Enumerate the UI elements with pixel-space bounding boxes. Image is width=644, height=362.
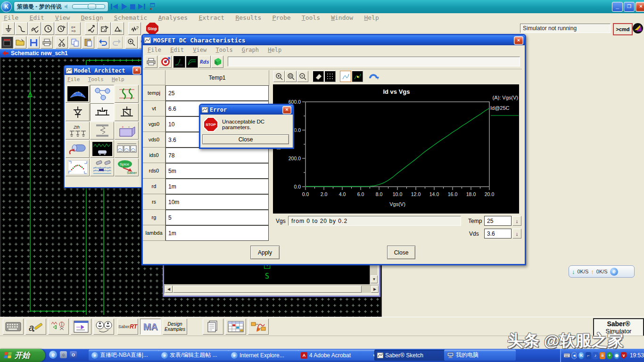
diode-model-button[interactable] <box>66 103 90 121</box>
spice-to-saber-button[interactable]: SpiceSaber <box>115 158 139 176</box>
text-tool-icon[interactable]: a <box>25 319 46 335</box>
apply-button[interactable]: Apply <box>250 246 280 259</box>
saber-rt-icon[interactable]: SaberRT <box>117 319 138 335</box>
antivirus-tray-icon[interactable]: v <box>621 352 627 359</box>
igbt-model-button[interactable] <box>115 103 139 121</box>
symbol-hscrollbar[interactable]: ◀ ▶ <box>164 285 379 294</box>
menu-view[interactable]: View <box>55 14 70 21</box>
param-field-ids0[interactable]: 78 <box>165 148 269 163</box>
scan-data-button[interactable] <box>66 158 90 176</box>
kugou-logo-icon[interactable]: K <box>1 1 12 12</box>
surface-model-button[interactable] <box>66 85 90 103</box>
vds-field[interactable]: 3.6 <box>484 229 512 239</box>
minimize-button[interactable]: _ <box>612 2 623 12</box>
paste-icon[interactable] <box>82 36 94 49</box>
clipped-wave-icon[interactable] <box>28 22 41 35</box>
prev-track-icon[interactable] <box>110 3 119 10</box>
menu-schematic[interactable]: Schematic <box>114 14 147 21</box>
vgs-range-field[interactable]: from 0 to 20 by 0.2 <box>288 216 461 226</box>
temp-field[interactable]: 25 <box>484 216 512 226</box>
stop-playback-icon[interactable] <box>130 4 136 10</box>
speaker-icon[interactable] <box>65 4 69 9</box>
param-field-rg[interactable]: 5 <box>165 210 269 225</box>
spring-actuator-button[interactable] <box>90 122 114 140</box>
ime-keyboard-icon[interactable] <box>564 353 570 358</box>
battery-model-button[interactable]: +- <box>115 122 139 140</box>
mw-menu-graph[interactable]: Graph <box>242 47 259 53</box>
menu-tools[interactable]: Tools <box>302 14 320 21</box>
vds-dropdown-icon[interactable]: ↓ <box>512 229 521 239</box>
cube-3d-icon[interactable] <box>211 56 223 68</box>
taskbar-item-acrobat[interactable]: A 4 Adobe Acrobat ▾ <box>298 350 378 361</box>
start-button[interactable]: 开始 <box>0 349 45 362</box>
line-plot-icon[interactable] <box>340 71 351 82</box>
error-close-button[interactable]: Close <box>202 134 289 144</box>
param-field-tempj[interactable]: 25 <box>165 85 269 101</box>
volume-knob[interactable] <box>88 4 96 9</box>
plot-area[interactable]: 0.02.04.06.08.010.012.014.016.018.020.00… <box>273 84 519 214</box>
operating-point-icon[interactable]: o××o <box>68 22 81 35</box>
mosfet-model-button[interactable] <box>90 103 114 121</box>
sensitivity-icon[interactable]: % <box>111 22 124 35</box>
messenger-tray-icon[interactable]: ii <box>600 352 605 359</box>
cut-icon[interactable] <box>56 36 68 49</box>
menu-extract[interactable]: Extract <box>198 14 224 21</box>
design-examples-button[interactable]: Design Examples <box>163 319 187 335</box>
restore-button[interactable]: ❐ <box>624 2 635 12</box>
ie-quicklaunch-icon[interactable]: e <box>49 351 57 359</box>
tray-collapse-icon[interactable]: ◂ <box>571 352 577 359</box>
temp-dropdown-icon[interactable]: ↓ <box>512 216 521 226</box>
menu-edit[interactable]: Edit <box>30 14 44 21</box>
matlab-cosim-icon[interactable] <box>248 319 269 335</box>
clock-icon[interactable] <box>41 22 54 35</box>
scroll-right-icon[interactable]: ▶ <box>371 286 379 293</box>
menu-file[interactable]: File <box>4 14 18 21</box>
mw-menu-file[interactable]: File <box>148 47 161 53</box>
undo-icon[interactable] <box>97 36 109 49</box>
ground-icon[interactable] <box>2 22 15 35</box>
cmd-button[interactable]: >cmd <box>613 23 633 35</box>
model-architect-titlebar[interactable]: Model Architect × <box>65 66 142 75</box>
network-tray-icon[interactable]: ⌐ <box>586 352 591 359</box>
taskbar-item-saber-sketch[interactable]: Saber® Sketch <box>374 350 448 361</box>
ma-menu-tools[interactable]: Tools <box>88 76 104 82</box>
reload-plot-icon[interactable] <box>367 71 380 82</box>
power-module-button[interactable] <box>90 158 114 176</box>
play-icon[interactable] <box>121 3 128 10</box>
param-field-rd[interactable]: 1m <box>165 179 269 194</box>
parts-gallery-icon[interactable] <box>48 319 69 335</box>
param-field-lambda[interactable]: 1m <box>165 225 269 241</box>
node-graph-button[interactable] <box>90 85 114 103</box>
eraser-icon[interactable] <box>313 71 324 82</box>
outlook-quicklaunch-icon[interactable]: O <box>70 351 77 358</box>
noise-icon[interactable]: ? <box>128 22 141 35</box>
zoom-in-icon[interactable] <box>125 36 138 49</box>
print-icon[interactable] <box>41 36 53 49</box>
ma-menu-help[interactable]: Help <box>112 76 124 82</box>
error-close-icon[interactable]: × <box>282 106 291 114</box>
menu-help[interactable]: Help <box>364 14 379 21</box>
menu-probe[interactable]: Probe <box>272 14 290 21</box>
id-vs-vgs-chart[interactable]: 0.02.04.06.08.010.012.014.016.018.020.00… <box>273 84 519 214</box>
open-folder-icon[interactable] <box>14 36 26 49</box>
zoom-in-icon[interactable] <box>273 71 285 82</box>
monte-carlo-icon[interactable] <box>98 22 111 35</box>
param-field-rds0[interactable]: 5m <box>165 163 269 179</box>
copy-icon[interactable] <box>69 36 81 49</box>
keyboard-tool-icon[interactable] <box>3 319 24 335</box>
new-sheet-icon[interactable] <box>1 36 13 49</box>
reels-tool-icon[interactable] <box>93 319 114 335</box>
next-track-icon[interactable] <box>138 3 146 10</box>
scroll-down-icon[interactable]: ▼ <box>371 275 378 283</box>
target-tune-icon[interactable] <box>159 56 172 68</box>
error-titlebar[interactable]: Error × <box>200 105 293 115</box>
mosfet-close-button[interactable]: Close <box>387 246 415 259</box>
player-close-icon[interactable]: × <box>150 8 155 11</box>
cable-model-button[interactable] <box>66 140 90 158</box>
mw-menu-edit[interactable]: Edit <box>170 47 184 53</box>
menu-window[interactable]: Window <box>331 14 353 21</box>
update-tray-icon[interactable]: + <box>607 352 612 359</box>
expression-field[interactable] <box>228 57 520 66</box>
waveform-windows-button[interactable] <box>115 140 139 158</box>
report-tool-icon[interactable] <box>203 319 223 335</box>
